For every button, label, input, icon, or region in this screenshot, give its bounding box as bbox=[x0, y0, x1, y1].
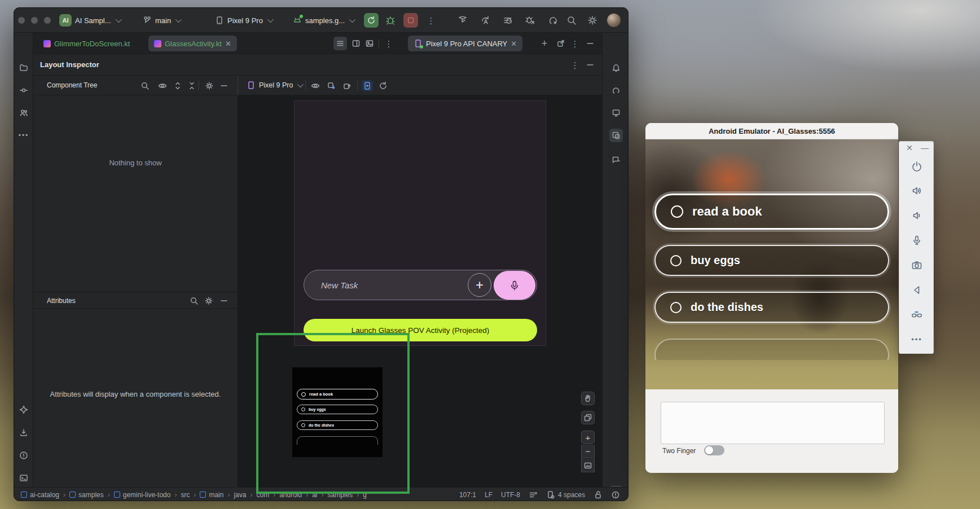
indent-widget[interactable]: 4 spaces bbox=[546, 490, 585, 499]
dependencies-tool-button[interactable] bbox=[17, 426, 30, 440]
inspector-device-selector[interactable]: Pixel 9 Pro bbox=[247, 78, 302, 92]
device-manager-tool-button[interactable] bbox=[609, 106, 623, 120]
project-widget[interactable]: AI AI Sampl... bbox=[59, 13, 120, 28]
more-options-button[interactable]: ••• bbox=[911, 333, 923, 345]
window-zoom-button[interactable] bbox=[44, 17, 51, 24]
terminal-tool-button[interactable] bbox=[17, 471, 30, 485]
gradle-tool-button[interactable] bbox=[609, 84, 623, 97]
device-selector-widget[interactable]: Pixel 9 Pro bbox=[215, 13, 272, 28]
toggle-deep-inspect-button[interactable] bbox=[310, 80, 321, 91]
debug-button[interactable] bbox=[383, 13, 398, 28]
export-snapshot-button[interactable] bbox=[326, 80, 337, 91]
breadcrumb-item[interactable]: java bbox=[234, 491, 246, 499]
split-editor-button[interactable] bbox=[349, 37, 363, 50]
breadcrumb-item[interactable]: gemini-live-todo bbox=[114, 491, 171, 499]
running-devices-tab[interactable]: Pixel 9 Pro API CANARY ✕ bbox=[408, 36, 522, 51]
emulator-title-bar[interactable]: Android Emulator - AI_Glasses:5556 bbox=[645, 123, 898, 139]
structure-tool-button[interactable] bbox=[17, 106, 30, 120]
caret-position-widget[interactable]: 107:1 bbox=[459, 491, 476, 499]
breadcrumb-item[interactable]: src bbox=[181, 491, 190, 499]
volume-up-button[interactable] bbox=[911, 185, 923, 197]
camera-button[interactable] bbox=[911, 259, 923, 271]
rerun-button[interactable] bbox=[364, 13, 379, 28]
tab-glassesactivity[interactable]: GlassesActivity.kt ✕ bbox=[148, 36, 237, 51]
attributes-settings-button[interactable] bbox=[203, 295, 214, 306]
close-tab-icon[interactable]: ✕ bbox=[225, 40, 231, 47]
preview-image-button[interactable] bbox=[363, 37, 376, 50]
vcs-branch-widget[interactable]: main bbox=[143, 13, 180, 28]
window-minimize-button[interactable] bbox=[31, 17, 38, 24]
device-screen-preview[interactable]: New Task + Launch Glasses POV Activity (… bbox=[294, 100, 546, 346]
emulator-close-button[interactable]: ✕ bbox=[906, 144, 913, 152]
commit-tool-button[interactable] bbox=[17, 84, 30, 97]
add-task-button[interactable]: + bbox=[468, 273, 491, 297]
unlocked-padlock-icon[interactable] bbox=[594, 490, 603, 499]
todo-item-read-a-book[interactable]: read a book bbox=[654, 194, 889, 230]
editor-list-view-button[interactable] bbox=[333, 37, 347, 50]
run-configuration-widget[interactable]: samples.g... bbox=[293, 13, 354, 28]
attach-debugger-button[interactable] bbox=[523, 13, 538, 28]
radio-circle-icon[interactable] bbox=[670, 302, 682, 313]
live-updates-toggle[interactable] bbox=[362, 80, 373, 91]
emulator-screen[interactable]: read a book buy eggs do the dishes bbox=[645, 139, 898, 389]
more-tools-button[interactable]: ••• bbox=[17, 129, 30, 142]
gemini-chat-tool-button[interactable] bbox=[609, 153, 623, 166]
emulator-minimize-button[interactable]: — bbox=[921, 144, 929, 152]
open-in-window-button[interactable] bbox=[554, 37, 568, 50]
zoom-to-fit-button[interactable] bbox=[581, 459, 595, 472]
breadcrumb-item[interactable]: main bbox=[200, 491, 223, 499]
gradle-sync-button[interactable] bbox=[546, 13, 560, 28]
indent-options-icon[interactable] bbox=[529, 490, 538, 499]
attributes-hide-button[interactable] bbox=[218, 295, 230, 306]
expand-all-button[interactable] bbox=[172, 80, 183, 91]
attributes-search-button[interactable] bbox=[188, 295, 200, 306]
tool-window-options-button[interactable]: ⋮ bbox=[568, 37, 582, 50]
breadcrumb-item[interactable]: ai-catalog bbox=[21, 491, 59, 499]
search-everywhere-button[interactable] bbox=[564, 13, 579, 28]
layer-spacing-button[interactable] bbox=[581, 411, 595, 424]
problems-tool-button[interactable] bbox=[17, 449, 30, 462]
add-device-tab-button[interactable]: + bbox=[538, 37, 551, 50]
todo-item-do-the-dishes[interactable]: do the dishes bbox=[654, 292, 889, 323]
settings-button[interactable] bbox=[585, 13, 600, 28]
tab-glimmertodoscreen[interactable]: GlimmerToDoScreen.kt bbox=[38, 36, 135, 51]
sync-list-button[interactable] bbox=[500, 13, 515, 28]
zoom-out-button[interactable]: − bbox=[581, 445, 595, 458]
radio-circle-icon[interactable] bbox=[671, 205, 683, 218]
hide-tool-window-button[interactable] bbox=[583, 37, 597, 50]
window-close-button[interactable] bbox=[18, 17, 25, 24]
back-button[interactable] bbox=[911, 284, 923, 296]
project-tool-button[interactable] bbox=[17, 61, 30, 74]
refresh-button[interactable] bbox=[377, 80, 389, 91]
close-tab-icon[interactable]: ✕ bbox=[511, 40, 517, 47]
tree-settings-button[interactable] bbox=[204, 80, 215, 91]
apply-changes-button[interactable] bbox=[478, 13, 493, 28]
more-run-actions-button[interactable]: ⋮ bbox=[424, 13, 438, 28]
profiler-button[interactable] bbox=[455, 13, 470, 28]
power-button[interactable] bbox=[911, 160, 923, 172]
line-separator-widget[interactable]: LF bbox=[485, 491, 493, 499]
gemini-tool-button[interactable] bbox=[17, 403, 30, 416]
pan-mode-button[interactable] bbox=[581, 392, 595, 405]
inspector-options-button[interactable]: ⋮ bbox=[568, 58, 582, 72]
editor-options-button[interactable]: ⋮ bbox=[382, 37, 395, 50]
running-devices-tool-button[interactable] bbox=[609, 129, 623, 142]
voice-input-button[interactable] bbox=[494, 271, 535, 300]
microphone-button[interactable] bbox=[911, 234, 923, 247]
inspector-minimize-button[interactable] bbox=[583, 58, 597, 72]
todo-item-buy-eggs[interactable]: buy eggs bbox=[654, 245, 889, 276]
tree-hide-button[interactable] bbox=[218, 80, 230, 91]
volume-down-button[interactable] bbox=[911, 209, 923, 222]
breadcrumb-item[interactable]: samples bbox=[69, 491, 104, 499]
tree-visibility-button[interactable] bbox=[157, 80, 168, 91]
encoding-widget[interactable]: UTF-8 bbox=[501, 491, 520, 499]
two-finger-toggle[interactable] bbox=[704, 445, 724, 455]
stop-button[interactable] bbox=[403, 13, 418, 28]
user-avatar[interactable] bbox=[607, 14, 621, 27]
zoom-in-button[interactable]: + bbox=[581, 431, 595, 444]
notifications-tool-button[interactable] bbox=[609, 61, 623, 74]
collapse-all-button[interactable] bbox=[186, 80, 197, 91]
import-snapshot-button[interactable] bbox=[341, 80, 353, 91]
emulator-input-area[interactable] bbox=[661, 402, 885, 444]
radio-circle-icon[interactable] bbox=[670, 255, 682, 266]
